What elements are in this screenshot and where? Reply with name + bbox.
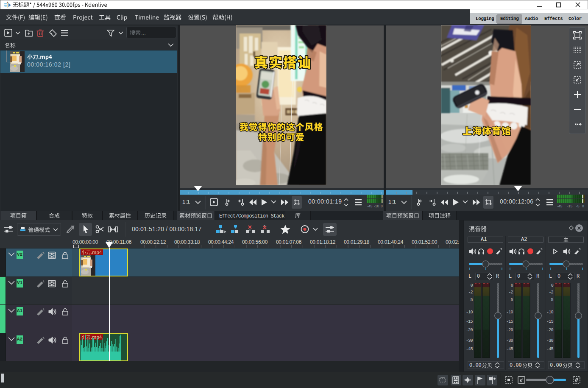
svg-text:-5: -5 xyxy=(576,204,580,208)
svg-text:-45: -45 xyxy=(367,204,373,208)
svg-text:-45: -45 xyxy=(557,204,563,208)
svg-text:-15: -15 xyxy=(567,204,573,208)
svg-text:0: 0 xyxy=(381,204,383,208)
svg-text:0: 0 xyxy=(582,204,584,208)
svg-text:-10: -10 xyxy=(374,204,379,208)
